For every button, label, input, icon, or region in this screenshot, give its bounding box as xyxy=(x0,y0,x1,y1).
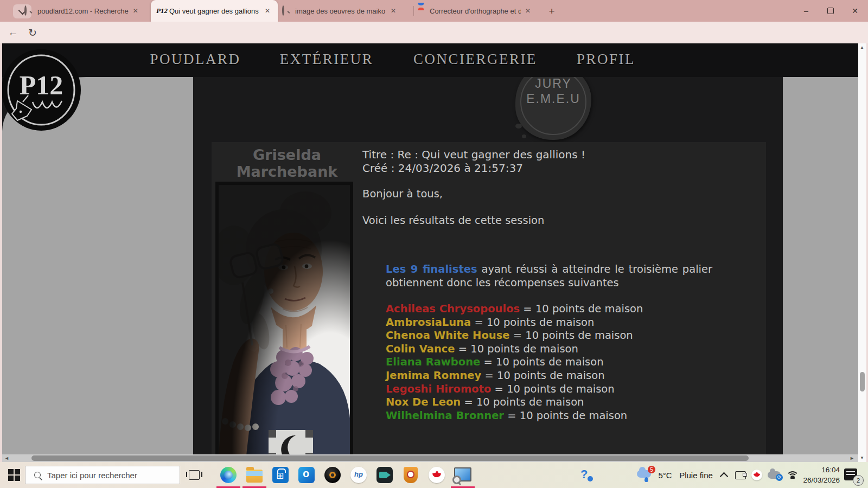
browser-address-bar: ← ↻ https://www.poudlard12.com/forum/249… xyxy=(0,22,868,43)
tab-separator xyxy=(413,6,414,16)
tray-display-icon[interactable] xyxy=(733,462,748,488)
svg-text:P12: P12 xyxy=(20,70,63,100)
result-points: = 10 points de maison xyxy=(504,409,627,422)
scroll-up-arrow-icon[interactable]: ▲ xyxy=(860,45,864,50)
post-intro: Voici les résultats de cette session xyxy=(362,214,544,227)
vertical-scrollbar-thumb[interactable] xyxy=(860,372,865,391)
seal-drip xyxy=(522,134,526,138)
get-help-button[interactable] xyxy=(576,462,593,488)
result-points: = 10 points de maison xyxy=(481,369,604,382)
tab-close-icon[interactable]: ✕ xyxy=(133,7,138,15)
tab-title: poudlard12.com - Recherche xyxy=(37,7,129,15)
screen: poudlard12.com - Recherche ✕ P12 Qui veu… xyxy=(0,0,868,488)
tab-3[interactable]: image des oeuvres de maiko kitag ✕ xyxy=(282,0,410,22)
tab-title: Qui veut gagner des gallions ! - Bu xyxy=(169,7,260,15)
nav-item-conciergerie[interactable]: CONCIERGERIE xyxy=(413,51,537,68)
post-created-date: Créé : 24/03/2026 à 21:57:37 xyxy=(362,162,585,175)
scroll-left-arrow-icon[interactable]: ◄ xyxy=(4,455,9,461)
weather-widget[interactable]: 5 xyxy=(636,462,654,488)
post-author-name[interactable]: Griselda Marchebank xyxy=(216,146,358,180)
browser-tab-bar: poudlard12.com - Recherche ✕ P12 Qui veu… xyxy=(0,0,868,22)
video-capture-icon xyxy=(376,467,393,483)
post-greeting: Bonjour à tous, xyxy=(362,188,443,200)
tray-wings-app[interactable] xyxy=(750,462,764,488)
screen-magnifier-icon xyxy=(454,467,471,481)
site-nav-bar: POUDLARD EXTÉRIEUR CONCIERGERIE PROFIL xyxy=(2,43,858,77)
horizontal-scrollbar[interactable]: ◄ ► xyxy=(2,454,858,462)
scroll-down-arrow-icon[interactable]: ▼ xyxy=(860,455,864,460)
minimize-button[interactable]: – xyxy=(794,0,819,22)
tray-onedrive[interactable] xyxy=(766,462,782,488)
start-button[interactable] xyxy=(4,462,24,488)
taskbar-search-box[interactable]: Taper ici pour rechercher xyxy=(25,466,180,484)
task-view-button[interactable] xyxy=(186,462,203,488)
chevron-up-icon xyxy=(719,472,728,480)
result-row: Nox De Leon = 10 points de maison xyxy=(386,396,643,409)
back-button[interactable]: ← xyxy=(5,25,21,40)
result-points: = 10 points de maison xyxy=(461,396,584,408)
result-row: Colin Vance = 10 points de maison xyxy=(386,343,643,356)
search-icon xyxy=(24,7,33,15)
taskbar-store[interactable] xyxy=(272,462,289,488)
post-title: Titre : Re : Qui veut gagner des gallion… xyxy=(362,148,585,162)
weather-desc[interactable]: Pluie fine xyxy=(677,462,715,488)
seal-drip xyxy=(515,124,522,129)
nav-item-poudlard[interactable]: POUDLARD xyxy=(150,51,240,68)
reverso-favicon xyxy=(417,7,425,15)
p12-site-logo[interactable]: P12 xyxy=(2,49,81,131)
taskbar-edge[interactable] xyxy=(220,462,237,488)
webpage-viewport: JURY E.M.E.U POUDLARD EXTÉRIEUR CONCIERG… xyxy=(2,43,858,454)
result-points: = 10 points de maison xyxy=(520,303,643,315)
weather-temp[interactable]: 5°C xyxy=(654,462,676,488)
taskbar-file-explorer[interactable] xyxy=(246,462,263,488)
tab-close-icon[interactable]: ✕ xyxy=(265,7,270,15)
tab-1[interactable]: poudlard12.com - Recherche ✕ xyxy=(24,0,148,22)
taskbar-mrt[interactable] xyxy=(402,462,419,488)
result-points: = 10 points de maison xyxy=(471,316,594,329)
scroll-right-arrow-icon[interactable]: ► xyxy=(850,455,854,461)
taskbar-clock[interactable]: 16:04 26/03/2026 xyxy=(788,465,840,485)
nav-item-exterieur[interactable]: EXTÉRIEUR xyxy=(280,51,373,68)
result-points: = 10 points de maison xyxy=(455,343,578,355)
taskbar-screen-magnifier[interactable] xyxy=(454,462,471,488)
file-explorer-icon xyxy=(246,470,263,483)
tab-2-active[interactable]: P12 Qui veut gagner des gallions ! - Bu … xyxy=(151,0,278,22)
search-icon xyxy=(282,7,291,15)
taskbar-capture-app[interactable] xyxy=(376,462,393,488)
close-button[interactable]: ✕ xyxy=(843,0,867,22)
result-points: = 10 points de maison xyxy=(491,383,614,395)
taskbar-hp[interactable] xyxy=(350,462,367,488)
forum-post: Griselda Marchebank xyxy=(212,142,766,454)
p12-favicon: P12 xyxy=(156,7,165,15)
result-row: AmbrosiaLuna = 10 points de maison xyxy=(386,316,643,330)
refresh-button[interactable]: ↻ xyxy=(25,25,40,40)
result-player-name: AmbrosiaLuna xyxy=(386,316,471,329)
nav-item-profil[interactable]: PROFIL xyxy=(577,51,635,68)
author-avatar xyxy=(215,182,353,454)
taskbar-lens-app[interactable] xyxy=(324,462,341,488)
outlook-icon xyxy=(298,467,315,483)
horizontal-scrollbar-thumb[interactable] xyxy=(31,455,749,461)
notification-count-badge: 2 xyxy=(853,475,864,486)
seal-text-line1: JURY xyxy=(515,76,591,91)
tab-title: Correcteur d'orthographe et de gr xyxy=(430,7,521,15)
red-wings-icon xyxy=(751,470,762,480)
result-row: Legoshi Hiromoto = 10 points de maison xyxy=(386,383,643,396)
result-points: = 10 points de maison xyxy=(480,356,603,368)
result-points: = 10 points de maison xyxy=(510,329,633,342)
search-placeholder: Taper ici pour rechercher xyxy=(47,471,137,480)
taskbar-outlook[interactable] xyxy=(298,462,315,488)
tab-close-icon[interactable]: ✕ xyxy=(391,7,396,15)
task-view-icon xyxy=(189,470,200,480)
maximize-button[interactable] xyxy=(818,0,843,22)
new-tab-button[interactable]: + xyxy=(545,4,559,18)
taskbar-wings-app[interactable] xyxy=(428,462,445,488)
maximize-icon xyxy=(827,8,834,14)
tab-close-icon[interactable]: ✕ xyxy=(525,7,531,15)
post-paragraph: Les 9 finalistes ayant réussi à atteindr… xyxy=(386,262,712,290)
tray-expand-button[interactable] xyxy=(717,462,730,488)
tab-4[interactable]: Correcteur d'orthographe et de gr ✕ xyxy=(417,0,542,22)
red-wings-icon xyxy=(429,467,445,483)
result-player-name: Wilhelmina Bronner xyxy=(386,409,504,422)
vertical-scrollbar[interactable]: ▲ ▼ xyxy=(858,43,866,462)
